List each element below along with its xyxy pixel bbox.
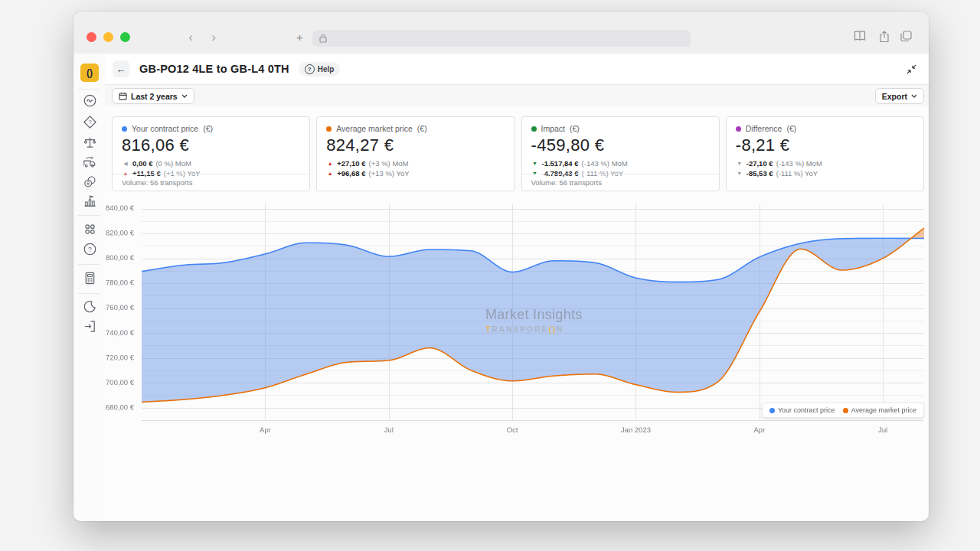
zoom-window-button[interactable] <box>120 32 130 42</box>
series-dot <box>736 126 741 132</box>
reading-list-icon[interactable] <box>854 31 866 41</box>
browser-chrome: ‹ › + <box>74 11 929 54</box>
close-window-button[interactable] <box>87 32 96 42</box>
desktop-background: ‹ › + () <box>0 0 980 551</box>
scale-icon[interactable] <box>82 135 97 150</box>
diamond-question-icon[interactable]: ? <box>82 114 97 129</box>
down-arrow-icon: ▼ <box>736 161 743 166</box>
browser-window: ‹ › + () <box>74 11 929 521</box>
chevron-down-icon <box>181 94 188 98</box>
card-title: Your contract price <box>132 124 198 133</box>
card-value: 824,27 € <box>326 135 505 155</box>
delta-mom: ▼ -1.517,84 € (-143 %) MoM <box>531 159 710 168</box>
share-icon[interactable] <box>879 31 890 43</box>
lock-icon <box>319 34 327 43</box>
coins-icon[interactable] <box>82 174 97 189</box>
up-arrow-icon: ▲ <box>326 171 334 176</box>
transporeon-logo[interactable]: () <box>80 64 99 82</box>
card-average-market-price: Average market price (€) 824,27 € ▲ +27,… <box>316 116 514 191</box>
delta-mom: ▲ +27,10 € (+3 %) MoM <box>326 159 505 168</box>
stat-cards: Your contract price (€) 816,06 € ◀ 0,00 … <box>112 116 924 191</box>
series-dot <box>531 126 537 132</box>
delta-yoy: ▼ -85,53 € (-111 %) YoY <box>736 169 914 178</box>
bar-chart-flag-icon[interactable] <box>82 193 97 208</box>
legend-dot <box>769 408 775 413</box>
chart-legend: Your contract priceAverage market price <box>762 403 924 418</box>
card-volume: Volume: 56 transports <box>522 174 719 191</box>
page-title: GB-PO12 4LE to GB-L4 0TH <box>139 63 289 75</box>
date-range-label: Last 2 years <box>131 92 178 101</box>
chevron-down-icon <box>911 94 917 98</box>
no-change-arrow-icon: ◀ <box>122 161 129 167</box>
card-unit: (€) <box>570 124 580 133</box>
svg-text:?: ? <box>88 119 91 126</box>
down-arrow-icon: ▼ <box>736 171 743 176</box>
tab-overview-icon[interactable] <box>900 31 912 42</box>
new-tab-button[interactable]: + <box>296 31 303 44</box>
export-label: Export <box>882 92 907 101</box>
series-dot <box>326 126 332 132</box>
card-volume: Volume: 56 transports <box>113 174 309 191</box>
calendar-icon <box>119 92 127 100</box>
activity-icon[interactable] <box>82 93 97 108</box>
help-button[interactable]: ? Help <box>299 62 341 77</box>
help-circle-icon[interactable]: ? <box>82 241 97 256</box>
card-unit: (€) <box>786 124 796 133</box>
card-title: Average market price <box>336 124 413 133</box>
minimize-window-button[interactable] <box>103 32 113 42</box>
legend-label: Average market price <box>851 406 916 414</box>
series-dot <box>122 126 127 132</box>
browser-back-button[interactable]: ‹ <box>185 30 197 45</box>
main-content: Your contract price (€) 816,06 € ◀ 0,00 … <box>105 106 929 521</box>
card-title: Difference <box>746 124 782 133</box>
apps-grid-icon[interactable] <box>82 221 97 236</box>
card-impact: Impact (€) -459,80 € ▼ -1.517,84 € (-143… <box>521 116 720 191</box>
calculator-icon[interactable] <box>82 270 97 285</box>
help-icon: ? <box>305 64 315 74</box>
moon-icon[interactable] <box>82 298 97 314</box>
card-unit: (€) <box>203 124 213 133</box>
app-header: ← GB-PO12 4LE to GB-L4 0TH ? Help <box>105 54 929 85</box>
card-difference: Difference (€) -8,21 € ▼ -27,10 € (-143 … <box>726 116 924 191</box>
card-value: 816,06 € <box>122 135 300 155</box>
legend-item: Average market price <box>843 406 916 414</box>
card-value: -8,21 € <box>736 135 914 155</box>
logout-icon[interactable] <box>82 318 97 334</box>
svg-text:?: ? <box>88 245 92 253</box>
legend-item: Your contract price <box>769 406 835 414</box>
card-title: Impact <box>541 124 566 133</box>
delta-mom: ▼ -27,10 € (-143 %) MoM <box>736 159 914 168</box>
legend-dot <box>843 408 848 413</box>
delta-yoy: ▲ +96,68 € (+13 %) YoY <box>326 169 505 178</box>
delta-mom: ◀ 0,00 € (0 %) MoM <box>122 159 300 168</box>
up-arrow-icon: ▲ <box>326 161 334 166</box>
truck-icon[interactable] <box>82 154 97 169</box>
legend-label: Your contract price <box>778 406 835 414</box>
collapse-icon[interactable] <box>904 62 918 76</box>
filter-toolbar: Last 2 years Export <box>105 85 929 107</box>
help-label: Help <box>318 65 335 73</box>
card-value: -459,80 € <box>531 135 710 155</box>
card-unit: (€) <box>417 124 427 133</box>
card-your-contract-price: Your contract price (€) 816,06 € ◀ 0,00 … <box>112 116 310 191</box>
browser-forward-button[interactable]: › <box>207 30 220 45</box>
export-button[interactable]: Export <box>875 88 924 104</box>
date-range-dropdown[interactable]: Last 2 years <box>112 88 194 104</box>
back-button[interactable]: ← <box>113 60 129 77</box>
address-bar[interactable] <box>312 30 691 47</box>
down-arrow-icon: ▼ <box>531 161 539 166</box>
